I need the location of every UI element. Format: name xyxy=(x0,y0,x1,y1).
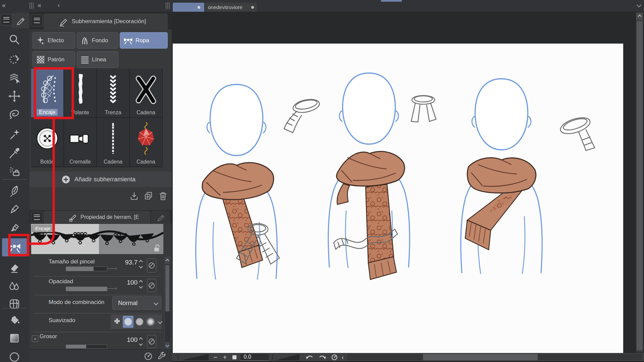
zoom-out-button[interactable]: − xyxy=(213,354,217,361)
collapse-left-icon[interactable]: « xyxy=(2,1,6,9)
subtool-item-encaje[interactable]: Encaje xyxy=(31,69,64,118)
subtool-menu-button[interactable] xyxy=(31,14,43,26)
canvas-grip-icon[interactable] xyxy=(166,2,170,9)
timer-icon[interactable] xyxy=(144,351,153,361)
aa-option-strong[interactable] xyxy=(145,316,156,328)
blend-tool[interactable] xyxy=(2,278,27,294)
zoom-slider[interactable] xyxy=(181,354,209,360)
circle-icon xyxy=(8,350,21,362)
property-menu-button[interactable] xyxy=(31,212,43,223)
panel-chevron-icon[interactable] xyxy=(637,3,641,7)
pen-tool[interactable] xyxy=(2,183,27,199)
rotation-slider[interactable] xyxy=(275,354,300,360)
brush-preview[interactable]: Encaje xyxy=(31,224,163,254)
fill-tool[interactable] xyxy=(2,312,27,328)
figure-tool[interactable] xyxy=(2,296,27,312)
horizontal-scrollbar[interactable] xyxy=(347,354,642,360)
wrench-icon[interactable] xyxy=(157,351,166,361)
subtool-item-cadena-fina[interactable]: Cadena xyxy=(97,118,130,167)
eyedropper-icon xyxy=(8,147,21,160)
canvas-page[interactable] xyxy=(173,44,623,353)
eyedropper-tool[interactable] xyxy=(2,145,27,161)
property-alt-tab[interactable] xyxy=(151,211,170,224)
horizontal-scroll-thumb[interactable] xyxy=(423,354,538,360)
thickness-slider[interactable] xyxy=(66,345,107,349)
thickness-dynamics-button[interactable] xyxy=(147,335,156,348)
aa-option-medium[interactable] xyxy=(134,316,145,328)
brush-size-dynamics-button[interactable] xyxy=(147,258,156,273)
vertical-scroll-thumb[interactable] xyxy=(637,21,643,350)
thickness-expand-button[interactable]: + xyxy=(32,336,38,342)
document-tab-active[interactable] xyxy=(173,3,204,12)
aa-option-none[interactable] xyxy=(112,316,122,328)
scroll-thumb[interactable] xyxy=(165,265,169,311)
unlock-icon[interactable] xyxy=(153,244,161,252)
decoration-tool[interactable] xyxy=(2,238,27,256)
thickness-value[interactable]: 100 xyxy=(118,336,138,344)
toolbar-divider xyxy=(3,179,26,180)
zoom-stop-icon[interactable] xyxy=(232,355,236,359)
brush-size-spinner[interactable] xyxy=(140,259,142,268)
save-icon[interactable] xyxy=(129,191,139,201)
brush-size-slider[interactable] xyxy=(66,266,107,271)
rotate-view-tool[interactable] xyxy=(2,51,27,67)
blend-mode-dropdown[interactable]: Normal xyxy=(112,296,161,310)
eraser-tool[interactable] xyxy=(2,260,27,276)
thickness-spinner[interactable] xyxy=(140,337,142,345)
opacity-value[interactable]: 100 xyxy=(118,279,138,286)
tab-efecto[interactable]: Efecto xyxy=(33,32,75,49)
vertical-scrollbar[interactable] xyxy=(636,12,643,352)
property-scrollbar[interactable] xyxy=(164,257,171,349)
subtool-item-cadena-x[interactable]: Cadena xyxy=(130,69,163,118)
undo-icon[interactable] xyxy=(306,354,314,361)
move-tool[interactable] xyxy=(2,88,27,104)
aa-option-weak[interactable] xyxy=(123,316,133,328)
tab-linea[interactable]: Línea xyxy=(77,51,118,68)
chevron-down-icon[interactable] xyxy=(158,319,162,324)
duplicate-icon[interactable] xyxy=(144,191,154,201)
operation-tool[interactable] xyxy=(2,70,27,86)
tab-fondo[interactable]: Fondo xyxy=(77,32,118,49)
pencil-tool[interactable] xyxy=(2,201,27,217)
trash-icon[interactable] xyxy=(158,191,168,201)
vscroll-up-button[interactable] xyxy=(636,13,643,20)
panel-grip-icon[interactable] xyxy=(30,2,34,9)
airbrush-tool[interactable] xyxy=(2,163,27,179)
zoom-in-button[interactable]: + xyxy=(223,354,227,361)
opacity-spinner[interactable] xyxy=(140,279,142,288)
gem-chain-icon xyxy=(130,120,162,157)
collapse-mid-icon[interactable]: « xyxy=(38,1,41,9)
subtool-item-boton[interactable]: Botón xyxy=(31,118,64,167)
auto-select-tool[interactable] xyxy=(2,127,27,143)
zoom-tool[interactable] xyxy=(2,32,27,48)
toolbar-menu-button[interactable] xyxy=(1,14,12,25)
paint-bucket-icon xyxy=(8,314,21,326)
subtool-item-volante[interactable]: Volante xyxy=(64,69,97,118)
document-tab-inactive[interactable]: onedevitruviore xyxy=(205,3,257,12)
add-subtool-row[interactable]: Añadir subherramienta xyxy=(30,172,172,187)
subtool-item-trenza[interactable]: Trenza xyxy=(97,69,130,118)
subtool-item-cadena-gema[interactable]: Cadena xyxy=(130,118,163,167)
back-arrow-icon[interactable]: ‹ xyxy=(58,1,60,9)
marker-tool[interactable] xyxy=(2,220,27,236)
no-dynamics-icon xyxy=(149,339,155,345)
property-title-tab[interactable]: Propiedad de herram. [E xyxy=(44,211,150,224)
tab-patron[interactable]: Patrón xyxy=(33,51,75,68)
scroll-down-button[interactable] xyxy=(165,342,170,349)
redo-icon[interactable] xyxy=(318,354,326,361)
shape-tool[interactable] xyxy=(2,348,27,362)
gradient-tool[interactable] xyxy=(2,330,27,346)
reset-rotation-icon[interactable] xyxy=(331,354,338,361)
lasso-tool[interactable] xyxy=(2,106,27,122)
rotation-value-box[interactable]: 0.0 xyxy=(240,354,269,361)
scroll-up-button[interactable] xyxy=(165,257,170,264)
toolbar-header-tab[interactable] xyxy=(11,13,30,28)
tab-ropa[interactable]: Ropa xyxy=(120,32,168,49)
opacity-slider[interactable] xyxy=(66,287,107,291)
subtool-title-tab[interactable]: Subherramienta [Decoración] xyxy=(44,13,168,29)
scroll-left-icon[interactable]: ‹ xyxy=(342,354,344,361)
blend-mode-label: Modo de combinación xyxy=(49,299,104,306)
brush-size-value[interactable]: 93.7 xyxy=(118,259,138,266)
opacity-dynamics-button[interactable] xyxy=(147,279,156,292)
subtool-item-cremallera[interactable]: Cremalle xyxy=(64,118,97,167)
